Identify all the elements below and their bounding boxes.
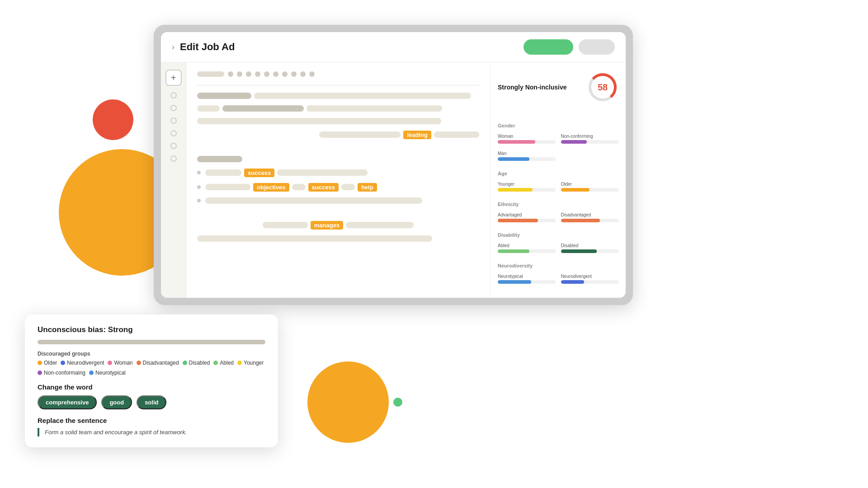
metric-bar-woman-bg	[498, 140, 556, 144]
group-label-disadvantaged: Disadvantaged	[143, 360, 179, 366]
toolbar-item-5[interactable]	[170, 143, 177, 149]
text-block	[277, 169, 368, 176]
metric-bar-nonconforming-fill	[561, 140, 587, 144]
group-dot-disadvantaged	[137, 361, 141, 365]
toolbar-dot-6	[273, 71, 278, 77]
metric-label-older: Older	[561, 182, 619, 187]
popup-groups-label: Discouraged groups	[38, 351, 265, 357]
metric-bar-abled-fill	[498, 249, 529, 253]
editor-area[interactable]: leading success	[186, 62, 490, 298]
metric-label-disabled: Disabled	[561, 243, 619, 248]
spacer-1	[197, 144, 479, 150]
text-row-7	[197, 235, 479, 243]
metric-bar-younger-fill	[498, 188, 533, 192]
toolbar-item-4[interactable]	[170, 130, 177, 136]
highlighted-word-manages[interactable]: manages	[311, 221, 343, 230]
group-tag-disadvantaged: Disadvantaged	[137, 360, 179, 366]
metric-bar-neurodivergent-bg	[561, 280, 619, 284]
left-toolbar: +	[161, 62, 186, 298]
add-button[interactable]: +	[165, 70, 182, 86]
toolbar-item-6[interactable]	[170, 155, 177, 162]
suggestion-comprehensive[interactable]: comprehensive	[38, 395, 97, 409]
score-label: Strongly Non-inclusive	[498, 84, 566, 91]
toolbar-dot-5	[264, 71, 269, 77]
metric-bar-disabled-bg	[561, 249, 619, 253]
metric-col-neurotypical: Neurotypical	[498, 274, 556, 284]
highlighted-word-help[interactable]: help	[358, 183, 377, 192]
text-block	[197, 93, 251, 99]
suggestion-solid[interactable]: solid	[137, 395, 166, 409]
popup-card: Unconscious bias: Strong Discouraged gro…	[25, 314, 278, 448]
metric-bar-disadvantaged-fill	[561, 219, 600, 222]
metric-bar-disabled-fill	[561, 249, 597, 253]
monitor-screen: › Edit Job Ad +	[161, 32, 626, 298]
toolbar-dot-1	[228, 71, 233, 77]
separator-1	[197, 85, 479, 85]
toolbar-format-1	[197, 71, 224, 77]
secondary-action-button[interactable]	[579, 39, 615, 55]
editor-toolbar	[197, 71, 479, 77]
metric-row-gender-1: Woman Non-conforming	[498, 134, 618, 144]
metric-label-younger: Younger	[498, 182, 556, 187]
group-tag-neurotypical: Neurotypical	[89, 370, 126, 376]
score-value: 58	[598, 82, 608, 93]
decorative-circle-yellow2	[307, 361, 389, 443]
metric-bar-man-fill	[498, 157, 529, 161]
back-chevron-icon[interactable]: ›	[172, 42, 175, 52]
toolbar-dot-9	[300, 71, 306, 77]
bullet-row-1: success	[197, 168, 479, 178]
text-block	[319, 131, 401, 138]
metric-bar-advantaged-fill	[498, 219, 538, 222]
metric-col-neurodivergent: Neurodivergent	[561, 274, 619, 284]
popup-change-label: Change the word	[38, 383, 265, 391]
group-dot-younger	[237, 361, 242, 365]
highlighted-word-success2[interactable]: success	[308, 183, 339, 192]
group-tag-nonconforming: Non-conformaing	[38, 370, 85, 376]
text-block	[341, 184, 355, 190]
metric-bar-neurotypical-bg	[498, 280, 556, 284]
group-tag-older: Older	[38, 360, 57, 366]
metric-bar-older-bg	[561, 188, 619, 192]
replace-sentence: Form a solid team and encourage a spirit…	[38, 428, 265, 437]
metric-label-nonconforming: Non-conforming	[561, 134, 619, 139]
highlighted-word-objectives[interactable]: objectives	[253, 183, 289, 192]
metric-row-gender-2: Man	[498, 151, 618, 161]
group-dot-disabled	[183, 361, 187, 365]
text-row-2	[197, 104, 479, 113]
group-tag-younger: Younger	[237, 360, 264, 366]
primary-action-button[interactable]	[524, 39, 573, 55]
highlighted-word-leading[interactable]: leading	[403, 131, 431, 139]
highlighted-word-success1[interactable]: success	[244, 169, 274, 177]
score-header: Strongly Non-inclusive 58	[498, 71, 618, 103]
toolbar-item-2[interactable]	[170, 105, 177, 111]
metric-label-advantaged: Advantaged	[498, 212, 556, 217]
text-block	[205, 197, 422, 204]
suggestion-good[interactable]: good	[101, 395, 132, 409]
metric-label-woman: Woman	[498, 134, 556, 139]
metric-title-neuro: Neurodiversity	[498, 263, 618, 268]
text-block	[222, 105, 304, 112]
metric-bar-disadvantaged-bg	[561, 219, 619, 222]
toolbar-item-1[interactable]	[170, 92, 177, 99]
metric-bar-woman-fill	[498, 140, 535, 144]
text-block	[205, 169, 241, 176]
popup-bias-bar	[38, 340, 265, 344]
group-dot-abled	[213, 361, 218, 365]
group-label-disabled: Disabled	[189, 360, 210, 366]
metric-col-man: Man	[498, 151, 556, 161]
metric-bar-man-bg	[498, 157, 556, 161]
metric-col-empty	[561, 151, 619, 161]
toolbar-item-3[interactable]	[170, 117, 177, 124]
metric-bar-neurodivergent-fill	[561, 280, 584, 284]
metric-col-younger: Younger	[498, 182, 556, 192]
text-block	[346, 222, 414, 228]
metric-row-age: Younger Older	[498, 182, 618, 192]
metric-bar-abled-bg	[498, 249, 556, 253]
bullet-row-3	[197, 197, 479, 205]
toolbar-dot-10	[309, 71, 315, 77]
metric-row-ethnicity: Advantaged Disadvantaged	[498, 212, 618, 222]
metric-col-advantaged: Advantaged	[498, 212, 556, 222]
text-block	[205, 184, 250, 190]
bullet-1	[197, 171, 201, 174]
page-title: Edit Job Ad	[180, 41, 518, 53]
